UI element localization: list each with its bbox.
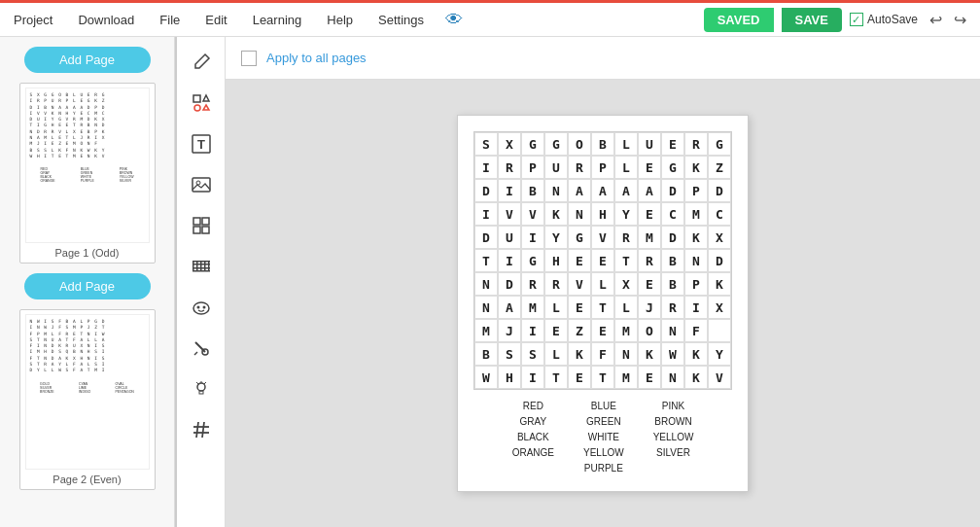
ws-cell: V [568, 272, 591, 296]
svg-text:T: T [197, 137, 205, 152]
apply-checkbox[interactable] [241, 51, 257, 66]
menu-settings[interactable]: Settings [374, 11, 428, 29]
ws-cell: X [614, 272, 638, 296]
ws-cell: A [638, 179, 661, 202]
content-area: Apply to all pages SXGGOBLUERGIRPURPLEGK… [226, 37, 980, 527]
ws-cell: K [684, 156, 708, 179]
ws-cell: T [591, 296, 614, 319]
svg-rect-16 [192, 261, 194, 271]
undo-button[interactable]: ↩ [926, 9, 946, 31]
ws-cell: M [521, 296, 544, 319]
svg-rect-10 [193, 227, 200, 233]
undo-redo-group: ↩ ↪ [926, 9, 970, 31]
ws-cell: I [521, 366, 544, 389]
ws-cell: E [568, 296, 591, 319]
redo-button[interactable]: ↪ [950, 9, 970, 31]
ws-cell: E [568, 249, 591, 272]
menu-project[interactable]: Project [10, 11, 56, 29]
ws-cell: K [638, 342, 661, 366]
eye-icon[interactable]: 👁 [445, 10, 463, 30]
page-1-colors: REDGRAYBLACKORANGE BLUEGREENWHITEPURPLE … [26, 167, 149, 183]
apply-label[interactable]: Apply to all pages [266, 51, 367, 65]
ws-cell: G [544, 132, 568, 156]
word-item: SILVER [656, 446, 690, 460]
word-item: PINK [662, 400, 684, 413]
ws-cell: R [614, 226, 638, 249]
page-2-thumb[interactable]: N W I S F B A L P G D I N W J F S M P J … [19, 309, 156, 490]
ws-cell: K [708, 272, 731, 296]
word-col: REDGRAYBLACKORANGE [512, 400, 554, 475]
ai-tool[interactable] [184, 371, 219, 406]
shapes-tool[interactable] [184, 86, 219, 121]
page-1-thumb[interactable]: S X G G O B L U E R G I R P U R P L E G … [19, 83, 156, 264]
svg-point-27 [197, 383, 205, 391]
ws-cell: V [708, 366, 731, 389]
svg-rect-0 [193, 95, 200, 102]
ws-cell: P [591, 156, 614, 179]
ws-cell: I [474, 156, 498, 179]
tools-panel: T [177, 37, 226, 527]
hash-tool[interactable] [184, 412, 219, 447]
puzzle-tool[interactable] [184, 208, 219, 243]
menu-edit[interactable]: Edit [201, 11, 230, 29]
ws-cell: K [684, 342, 708, 366]
svg-rect-11 [202, 227, 209, 233]
grid-dots-tool[interactable] [184, 249, 219, 284]
svg-rect-19 [204, 261, 206, 271]
text-tool[interactable]: T [184, 126, 219, 161]
edit-tool[interactable] [184, 45, 219, 80]
ws-cell: P [684, 272, 708, 296]
ws-cell: K [568, 342, 591, 366]
menu-learning[interactable]: Learning [249, 11, 306, 29]
ws-cell: T [544, 366, 568, 389]
ws-cell: B [521, 179, 544, 202]
ws-cell: B [591, 132, 614, 156]
ws-cell: E [568, 366, 591, 389]
ws-cell: E [591, 249, 614, 272]
add-page-1-button[interactable]: Add Page [24, 47, 151, 73]
ws-cell: N [661, 319, 684, 342]
ws-cell: I [521, 319, 544, 342]
mask-tool[interactable] [184, 290, 219, 325]
svg-point-2 [194, 105, 200, 111]
menu-help[interactable]: Help [323, 11, 357, 29]
ws-cell: O [638, 319, 661, 342]
ws-cell: S [521, 342, 544, 366]
ws-cell: V [591, 226, 614, 249]
saved-button[interactable]: SAVED [704, 8, 774, 32]
add-page-2-button[interactable]: Add Page [24, 273, 151, 299]
ws-cell: G [708, 132, 731, 156]
ws-cell: X [708, 226, 731, 249]
ws-cell: P [521, 156, 544, 179]
page-2-mini-grid: N W I S F B A L P G D I N W J F S M P J … [26, 315, 149, 378]
ws-cell: F [591, 342, 614, 366]
page-2-label: Page 2 (Even) [52, 474, 121, 485]
brush-tool[interactable] [184, 331, 219, 366]
ws-cell: N [474, 296, 498, 319]
main-page[interactable]: SXGGOBLUERGIRPURPLEGKZDIBNAAAADPDIVVKNHY… [457, 115, 749, 492]
ws-cell: M [684, 202, 708, 226]
svg-marker-1 [203, 95, 209, 101]
word-item: YELLOW [583, 446, 624, 460]
ws-cell: L [544, 342, 568, 366]
page-2-colors: GOLDSILVERBRONZE CYANLIMEINDIGO OVALCIRC… [26, 382, 149, 394]
ws-cell: Y [544, 226, 568, 249]
menu-download[interactable]: Download [74, 11, 138, 29]
svg-rect-8 [193, 218, 200, 225]
ws-cell: E [638, 366, 661, 389]
menu-file[interactable]: File [156, 11, 184, 29]
autosave-checkbox[interactable]: ✓ [850, 13, 863, 26]
ws-cell: N [614, 342, 638, 366]
word-item: BROWN [654, 415, 691, 429]
ws-cell: R [568, 156, 591, 179]
svg-point-22 [196, 306, 199, 309]
ws-cell: M [614, 366, 638, 389]
ws-cell: G [521, 249, 544, 272]
autosave-label: AutoSave [867, 13, 918, 26]
image-tool[interactable] [184, 167, 219, 202]
ws-cell: N [474, 272, 498, 296]
save-button[interactable]: SAVE [782, 8, 842, 32]
ws-cell: I [684, 296, 708, 319]
ws-cell: F [684, 319, 708, 342]
ws-cell: E [544, 319, 568, 342]
